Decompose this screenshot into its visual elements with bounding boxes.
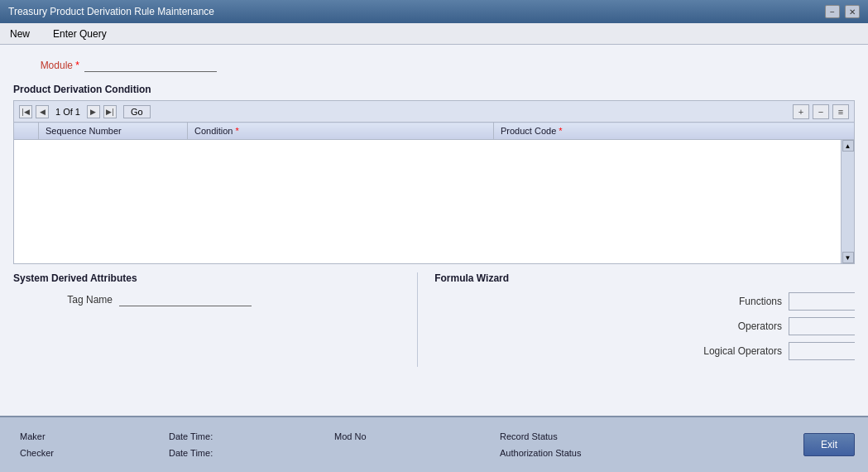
page-info: 1 Of 1 — [55, 107, 80, 117]
module-required-star: * — [75, 60, 79, 71]
logical-operators-input[interactable] — [789, 343, 868, 359]
col-checkbox — [14, 123, 39, 140]
functions-dropdown[interactable]: ▼ — [789, 292, 855, 311]
system-derived-section: System Derived Attributes Tag Name — [13, 272, 417, 367]
operators-row: Operators ▼ — [434, 317, 855, 335]
operators-input[interactable] — [789, 318, 868, 335]
col-condition: Condition * — [188, 123, 494, 140]
first-page-button[interactable]: |◀ — [19, 105, 32, 118]
module-input[interactable] — [84, 58, 217, 72]
bottom-sections: System Derived Attributes Tag Name Formu… — [13, 272, 855, 367]
menu-button[interactable]: ≡ — [832, 104, 849, 119]
add-row-button[interactable]: + — [793, 104, 809, 119]
table-toolbar: |◀ ◀ 1 Of 1 ▶ ▶| Go + − ≡ — [13, 100, 855, 122]
mod-no-value — [328, 446, 493, 460]
tag-name-row: Tag Name — [13, 292, 400, 306]
tag-name-label: Tag Name — [13, 294, 113, 306]
logical-operators-label: Logical Operators — [683, 345, 782, 357]
minimize-button[interactable]: − — [825, 5, 840, 18]
exit-button[interactable]: Exit — [803, 433, 855, 456]
datetime-label-2: Date Time: — [162, 446, 328, 460]
table-empty-content — [14, 140, 841, 263]
datetime-label-1: Date Time: — [162, 430, 328, 443]
product-code-required-star: * — [559, 126, 562, 136]
title-bar: Treasury Product Derivation Rule Mainten… — [0, 0, 868, 23]
record-status-label: Record Status — [493, 430, 675, 443]
logical-operators-dropdown[interactable]: ▼ — [789, 342, 855, 360]
scroll-down-arrow[interactable]: ▼ — [842, 252, 854, 263]
app-title: Treasury Product Derivation Rule Mainten… — [8, 6, 214, 17]
product-derivation-header: Product Derivation Condition — [13, 84, 855, 95]
remove-row-button[interactable]: − — [813, 104, 829, 119]
formula-wizard-section: Formula Wizard Functions ▼ Operators ▼ L… — [417, 272, 855, 367]
module-row: Module * — [13, 58, 855, 72]
go-button[interactable]: Go — [123, 105, 151, 118]
operators-label: Operators — [683, 320, 782, 332]
table-scrollbar[interactable]: ▲ ▼ — [841, 140, 854, 263]
menu-item-new[interactable]: New — [7, 26, 33, 41]
col-product-code: Product Code * — [494, 123, 855, 140]
toolbar-right: + − ≡ — [793, 104, 849, 119]
maker-label: Maker — [13, 430, 162, 443]
footer-grid: Maker Date Time: Mod No Record Status Ch… — [13, 430, 855, 460]
prev-page-button[interactable]: ◀ — [36, 105, 49, 118]
menu-item-enter-query[interactable]: Enter Query — [50, 26, 110, 41]
conditions-table: Sequence Number Condition * Product Code… — [13, 122, 855, 140]
title-bar-controls: − ✕ — [825, 5, 860, 18]
last-page-button[interactable]: ▶| — [103, 105, 117, 118]
close-button[interactable]: ✕ — [845, 5, 860, 18]
module-label: Module * — [13, 60, 79, 71]
main-content: Module * Product Derivation Condition |◀… — [0, 45, 868, 416]
mod-no-label: Mod No — [328, 430, 493, 443]
functions-row: Functions ▼ — [434, 292, 855, 311]
next-page-button[interactable]: ▶ — [87, 105, 100, 118]
footer: Maker Date Time: Mod No Record Status Ch… — [0, 416, 868, 472]
logical-operators-row: Logical Operators ▼ — [434, 342, 855, 360]
auth-status-label: Authorization Status — [493, 446, 675, 460]
scroll-up-arrow[interactable]: ▲ — [842, 140, 854, 152]
menu-bar: New Enter Query — [0, 23, 868, 45]
formula-wizard-title: Formula Wizard — [434, 272, 855, 284]
col-sequence: Sequence Number — [39, 123, 188, 140]
table-empty-area: ▲ ▼ — [13, 140, 855, 264]
operators-dropdown[interactable]: ▼ — [789, 317, 855, 335]
condition-required-star: * — [236, 126, 239, 136]
functions-label: Functions — [683, 296, 782, 307]
tag-name-input[interactable] — [119, 292, 252, 306]
functions-input[interactable] — [789, 293, 868, 310]
checker-label: Checker — [13, 446, 162, 460]
system-derived-title: System Derived Attributes — [13, 272, 400, 284]
